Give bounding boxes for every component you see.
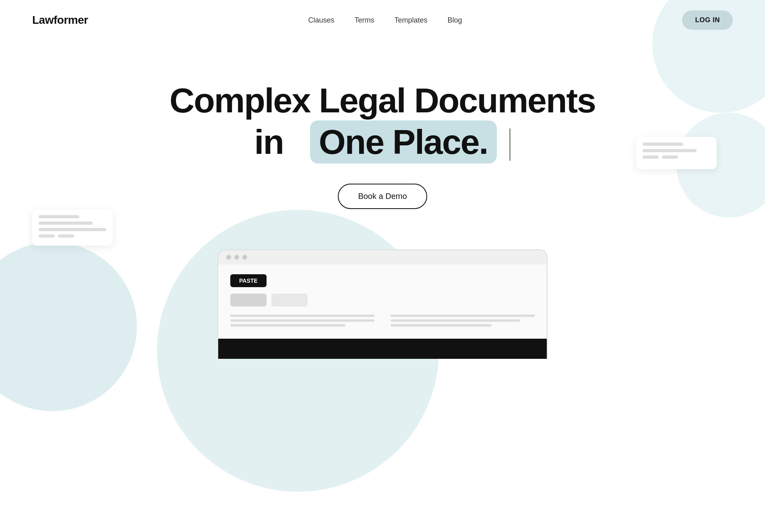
hero-title: Complex Legal Documents in One Place. <box>32 81 733 164</box>
cursor-blink <box>509 128 511 161</box>
nav-item-templates[interactable]: Templates <box>395 16 428 24</box>
hero-title-line1: Complex Legal Documents <box>170 81 595 120</box>
login-button[interactable]: LOG IN <box>682 10 733 30</box>
bg-circle-left-bottom <box>0 242 137 411</box>
navbar: Lawformer Clauses Terms Templates Blog L… <box>0 0 765 40</box>
app-mockup: PASTE <box>217 249 548 359</box>
mockup-text-line <box>391 319 520 322</box>
mockup-tab-1 <box>230 294 267 306</box>
nav-item-clauses[interactable]: Clauses <box>308 16 334 24</box>
brand-logo[interactable]: Lawformer <box>32 14 88 27</box>
mockup-tabs <box>230 294 535 306</box>
hero-section: Complex Legal Documents in One Place. Bo… <box>0 40 765 233</box>
nav-item-blog[interactable]: Blog <box>448 16 462 24</box>
hero-highlight: One Place. <box>310 120 497 164</box>
mockup-text-col-2 <box>391 315 535 329</box>
book-demo-button[interactable]: Book a Demo <box>338 184 427 209</box>
mockup-dot-3 <box>242 255 247 260</box>
mockup-content: PASTE <box>218 265 547 339</box>
mockup-bottom-bar <box>218 339 547 359</box>
hero-cta: Book a Demo <box>32 184 733 209</box>
mockup-text-line <box>230 324 345 327</box>
nav-links: Clauses Terms Templates Blog <box>308 16 462 25</box>
nav-item-terms[interactable]: Terms <box>355 16 374 24</box>
mockup-text-line <box>230 319 374 322</box>
mockup-text-line <box>230 315 374 317</box>
mockup-text-line <box>391 315 535 317</box>
mockup-text-section <box>230 315 535 329</box>
deco-line-sm <box>58 234 74 238</box>
mockup-dot-2 <box>234 255 239 260</box>
mockup-topbar <box>218 250 547 265</box>
mockup-dot-1 <box>226 255 231 260</box>
mockup-tab-2 <box>271 294 308 306</box>
mockup-text-line <box>391 324 492 327</box>
deco-line-sm <box>39 234 55 238</box>
hero-title-line2-prefix: in <box>254 122 283 161</box>
mockup-paste-button: PASTE <box>230 274 267 287</box>
deco-line-group <box>39 234 106 238</box>
mockup-text-col-1 <box>230 315 374 329</box>
